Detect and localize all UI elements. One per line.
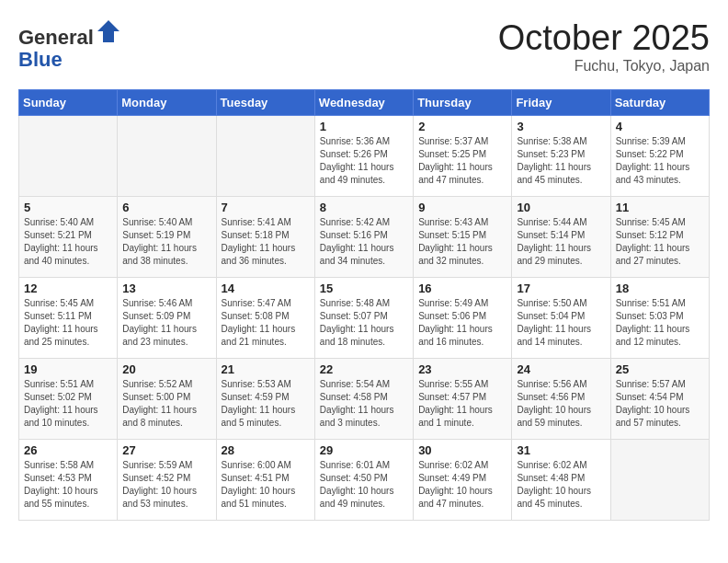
day-number: 14 xyxy=(222,282,310,295)
day-info: Sunrise: 5:49 AM Sunset: 5:06 PM Dayligh… xyxy=(418,297,506,349)
calendar-cell: 29Sunrise: 6:01 AM Sunset: 4:50 PM Dayli… xyxy=(314,440,413,521)
day-info: Sunrise: 5:42 AM Sunset: 5:16 PM Dayligh… xyxy=(320,216,408,268)
calendar-cell: 21Sunrise: 5:53 AM Sunset: 4:59 PM Dayli… xyxy=(216,359,314,440)
day-number: 9 xyxy=(418,201,506,214)
calendar-week-3: 12Sunrise: 5:45 AM Sunset: 5:11 PM Dayli… xyxy=(19,278,710,359)
day-number: 5 xyxy=(24,201,112,214)
day-info: Sunrise: 6:02 AM Sunset: 4:48 PM Dayligh… xyxy=(517,459,605,511)
day-info: Sunrise: 5:46 AM Sunset: 5:09 PM Dayligh… xyxy=(122,297,210,349)
day-info: Sunrise: 5:51 AM Sunset: 5:02 PM Dayligh… xyxy=(24,378,112,430)
day-info: Sunrise: 5:48 AM Sunset: 5:07 PM Dayligh… xyxy=(320,297,408,349)
day-info: Sunrise: 5:53 AM Sunset: 4:59 PM Dayligh… xyxy=(222,378,310,430)
calendar-cell: 5Sunrise: 5:40 AM Sunset: 5:21 PM Daylig… xyxy=(19,197,118,278)
day-info: Sunrise: 5:39 AM Sunset: 5:22 PM Dayligh… xyxy=(616,135,704,187)
calendar-cell: 28Sunrise: 6:00 AM Sunset: 4:51 PM Dayli… xyxy=(216,440,314,521)
calendar-cell xyxy=(19,116,118,197)
calendar-cell xyxy=(216,116,314,197)
calendar-week-5: 26Sunrise: 5:58 AM Sunset: 4:53 PM Dayli… xyxy=(19,440,710,521)
calendar-cell: 7Sunrise: 5:41 AM Sunset: 5:18 PM Daylig… xyxy=(216,197,314,278)
calendar-cell: 15Sunrise: 5:48 AM Sunset: 5:07 PM Dayli… xyxy=(314,278,413,359)
day-info: Sunrise: 5:40 AM Sunset: 5:19 PM Dayligh… xyxy=(122,216,210,268)
location: Fuchu, Tokyo, Japan xyxy=(498,58,710,75)
logo-icon xyxy=(96,18,121,44)
day-info: Sunrise: 5:44 AM Sunset: 5:14 PM Dayligh… xyxy=(517,216,605,268)
weekday-header-saturday: Saturday xyxy=(610,90,709,116)
day-info: Sunrise: 5:45 AM Sunset: 5:11 PM Dayligh… xyxy=(24,297,112,349)
day-info: Sunrise: 5:51 AM Sunset: 5:03 PM Dayligh… xyxy=(616,297,704,349)
day-number: 29 xyxy=(320,443,408,457)
day-number: 2 xyxy=(418,120,506,133)
calendar-cell: 6Sunrise: 5:40 AM Sunset: 5:19 PM Daylig… xyxy=(118,197,216,278)
day-number: 6 xyxy=(122,201,210,214)
day-info: Sunrise: 5:40 AM Sunset: 5:21 PM Dayligh… xyxy=(24,216,112,268)
day-info: Sunrise: 5:52 AM Sunset: 5:00 PM Dayligh… xyxy=(122,378,210,430)
day-number: 23 xyxy=(418,362,506,376)
calendar-cell: 18Sunrise: 5:51 AM Sunset: 5:03 PM Dayli… xyxy=(610,278,709,359)
day-number: 15 xyxy=(320,282,408,295)
day-number: 8 xyxy=(320,201,408,214)
day-number: 25 xyxy=(616,362,704,376)
day-info: Sunrise: 6:01 AM Sunset: 4:50 PM Dayligh… xyxy=(320,459,408,511)
svg-marker-0 xyxy=(97,20,119,42)
weekday-header-friday: Friday xyxy=(512,90,610,116)
calendar-cell: 27Sunrise: 5:59 AM Sunset: 4:52 PM Dayli… xyxy=(118,440,216,521)
day-info: Sunrise: 5:37 AM Sunset: 5:25 PM Dayligh… xyxy=(418,135,506,187)
calendar-cell: 8Sunrise: 5:42 AM Sunset: 5:16 PM Daylig… xyxy=(314,197,413,278)
day-number: 19 xyxy=(24,362,112,376)
calendar-cell: 20Sunrise: 5:52 AM Sunset: 5:00 PM Dayli… xyxy=(118,359,216,440)
calendar-cell: 19Sunrise: 5:51 AM Sunset: 5:02 PM Dayli… xyxy=(19,359,118,440)
day-number: 12 xyxy=(24,282,112,295)
day-info: Sunrise: 6:02 AM Sunset: 4:49 PM Dayligh… xyxy=(418,459,506,511)
calendar-week-2: 5Sunrise: 5:40 AM Sunset: 5:21 PM Daylig… xyxy=(19,197,710,278)
calendar-cell: 22Sunrise: 5:54 AM Sunset: 4:58 PM Dayli… xyxy=(314,359,413,440)
weekday-header-thursday: Thursday xyxy=(414,90,512,116)
day-number: 26 xyxy=(24,443,112,457)
day-info: Sunrise: 5:57 AM Sunset: 4:54 PM Dayligh… xyxy=(616,378,704,430)
day-info: Sunrise: 5:41 AM Sunset: 5:18 PM Dayligh… xyxy=(222,216,310,268)
calendar-table: SundayMondayTuesdayWednesdayThursdayFrid… xyxy=(18,89,710,521)
day-info: Sunrise: 5:56 AM Sunset: 4:56 PM Dayligh… xyxy=(517,378,605,430)
day-number: 3 xyxy=(517,120,605,133)
calendar-cell: 4Sunrise: 5:39 AM Sunset: 5:22 PM Daylig… xyxy=(610,116,709,197)
calendar-cell xyxy=(610,440,709,521)
day-number: 21 xyxy=(222,362,310,376)
calendar-week-1: 1Sunrise: 5:36 AM Sunset: 5:26 PM Daylig… xyxy=(19,116,710,197)
day-number: 22 xyxy=(320,362,408,376)
day-info: Sunrise: 5:36 AM Sunset: 5:26 PM Dayligh… xyxy=(320,135,408,187)
day-number: 13 xyxy=(122,282,210,295)
day-number: 30 xyxy=(418,443,506,457)
calendar-cell: 23Sunrise: 5:55 AM Sunset: 4:57 PM Dayli… xyxy=(414,359,512,440)
day-number: 7 xyxy=(222,201,310,214)
day-info: Sunrise: 5:38 AM Sunset: 5:23 PM Dayligh… xyxy=(517,135,605,187)
day-number: 11 xyxy=(616,201,704,214)
calendar-cell: 10Sunrise: 5:44 AM Sunset: 5:14 PM Dayli… xyxy=(512,197,610,278)
calendar-cell: 24Sunrise: 5:56 AM Sunset: 4:56 PM Dayli… xyxy=(512,359,610,440)
day-number: 18 xyxy=(616,282,704,295)
page-header: General Blue October 2025 Fuchu, Tokyo, … xyxy=(18,18,710,75)
day-info: Sunrise: 5:43 AM Sunset: 5:15 PM Dayligh… xyxy=(418,216,506,268)
calendar-cell: 31Sunrise: 6:02 AM Sunset: 4:48 PM Dayli… xyxy=(512,440,610,521)
calendar-cell: 9Sunrise: 5:43 AM Sunset: 5:15 PM Daylig… xyxy=(414,197,512,278)
day-number: 10 xyxy=(517,201,605,214)
calendar-cell: 13Sunrise: 5:46 AM Sunset: 5:09 PM Dayli… xyxy=(118,278,216,359)
day-number: 17 xyxy=(517,282,605,295)
logo-blue-text: Blue xyxy=(18,48,63,71)
day-info: Sunrise: 5:45 AM Sunset: 5:12 PM Dayligh… xyxy=(616,216,704,268)
calendar-cell: 17Sunrise: 5:50 AM Sunset: 5:04 PM Dayli… xyxy=(512,278,610,359)
day-info: Sunrise: 5:59 AM Sunset: 4:52 PM Dayligh… xyxy=(122,459,210,511)
calendar-cell xyxy=(118,116,216,197)
day-number: 20 xyxy=(122,362,210,376)
day-number: 16 xyxy=(418,282,506,295)
calendar-cell: 3Sunrise: 5:38 AM Sunset: 5:23 PM Daylig… xyxy=(512,116,610,197)
day-number: 31 xyxy=(517,443,605,457)
weekday-header-sunday: Sunday xyxy=(19,90,118,116)
weekday-header-row: SundayMondayTuesdayWednesdayThursdayFrid… xyxy=(19,90,710,116)
calendar-cell: 14Sunrise: 5:47 AM Sunset: 5:08 PM Dayli… xyxy=(216,278,314,359)
calendar-cell: 2Sunrise: 5:37 AM Sunset: 5:25 PM Daylig… xyxy=(414,116,512,197)
day-number: 27 xyxy=(122,443,210,457)
logo-general-text: General xyxy=(18,26,94,49)
day-number: 28 xyxy=(222,443,310,457)
calendar-cell: 11Sunrise: 5:45 AM Sunset: 5:12 PM Dayli… xyxy=(610,197,709,278)
day-info: Sunrise: 5:58 AM Sunset: 4:53 PM Dayligh… xyxy=(24,459,112,511)
day-number: 1 xyxy=(320,120,408,133)
